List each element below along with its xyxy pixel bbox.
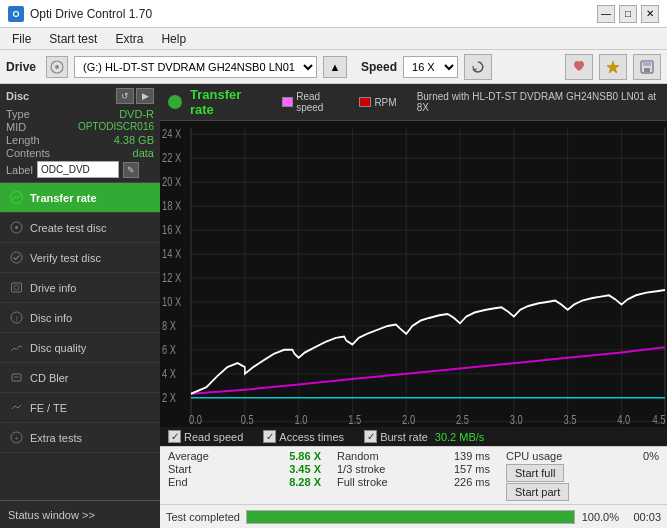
extra-tests-icon: + (8, 430, 24, 446)
chart-header: Transfer rate Read speed RPM Burned with… (160, 84, 667, 121)
svg-text:+: + (14, 435, 18, 442)
drive-select[interactable]: (G:) HL-DT-ST DVDRAM GH24NSB0 LN01 (74, 56, 317, 78)
stats-col2: Random 139 ms 1/3 stroke 157 ms Full str… (329, 447, 498, 504)
svg-rect-4 (643, 61, 651, 66)
menu-file[interactable]: File (4, 30, 39, 48)
drive-icon-btn[interactable] (46, 56, 68, 78)
burst-rate-checkbox-label: Burst rate (380, 431, 428, 443)
start-full-button[interactable]: Start full (506, 464, 564, 482)
nav-disc-info[interactable]: i Disc info (0, 303, 160, 333)
nav-transfer-rate-label: Transfer rate (30, 192, 97, 204)
refresh-button[interactable] (464, 54, 492, 80)
svg-text:18 X: 18 X (162, 199, 181, 212)
nav-extra-tests[interactable]: + Extra tests (0, 423, 160, 453)
nav-disc-quality-label: Disc quality (30, 342, 86, 354)
stat-end: End 8.28 X (168, 476, 321, 488)
progress-bar-inner (247, 511, 574, 523)
read-speed-legend-label: Read speed (296, 91, 347, 113)
svg-text:12 X: 12 X (162, 271, 181, 284)
legend-rpm: RPM (359, 97, 396, 108)
speed-select[interactable]: 16 X 8 X 4 X MAX (403, 56, 458, 78)
checkbox-burst-rate[interactable]: ✓ Burst rate 30.2 MB/s (364, 430, 484, 443)
svg-text:i: i (15, 315, 17, 322)
nav-drive-info-label: Drive info (30, 282, 76, 294)
chart-legend: Read speed RPM Burned with HL-DT-ST DVDR… (282, 91, 659, 113)
svg-text:6 X: 6 X (162, 343, 176, 356)
drive-info-icon (8, 280, 24, 296)
svg-text:2 X: 2 X (162, 391, 176, 404)
nav-create-test-disc[interactable]: Create test disc (0, 213, 160, 243)
nav-extra-tests-label: Extra tests (30, 432, 82, 444)
svg-text:1.0: 1.0 (295, 413, 308, 426)
svg-text:1.5: 1.5 (348, 413, 361, 426)
start-part-row: Start part (506, 483, 659, 501)
stat-start: Start 3.45 X (168, 463, 321, 475)
stat-1-3-stroke: 1/3 stroke 157 ms (337, 463, 490, 475)
fe-te-icon (8, 400, 24, 416)
star-icon-btn[interactable] (599, 54, 627, 80)
cd-bler-icon (8, 370, 24, 386)
stats-row: Average 5.86 X Start 3.45 X End 8.28 X R… (160, 447, 667, 504)
svg-text:2.5: 2.5 (456, 413, 469, 426)
svg-text:14 X: 14 X (162, 247, 181, 260)
save-icon-btn[interactable] (633, 54, 661, 80)
menu-help[interactable]: Help (153, 30, 194, 48)
close-button[interactable]: ✕ (641, 5, 659, 23)
svg-text:4.5 GB: 4.5 GB (653, 413, 667, 426)
disc-label-row: Label ✎ (6, 161, 154, 178)
eject-button[interactable]: ▲ (323, 56, 347, 78)
menu-start-test[interactable]: Start test (41, 30, 105, 48)
heart-icon-btn[interactable] (565, 54, 593, 80)
checkbox-access-times[interactable]: ✓ Access times (263, 430, 344, 443)
access-times-checkbox[interactable]: ✓ (263, 430, 276, 443)
access-times-checkbox-label: Access times (279, 431, 344, 443)
status-window-button[interactable]: Status window >> (0, 500, 160, 528)
disc-label-icon[interactable]: ✎ (123, 162, 139, 178)
svg-text:2.0: 2.0 (402, 413, 415, 426)
svg-rect-5 (644, 68, 650, 72)
read-speed-color (282, 97, 293, 107)
chart-title: Transfer rate (190, 87, 266, 117)
app-title: Opti Drive Control 1.70 (30, 7, 152, 21)
nav-disc-info-label: Disc info (30, 312, 72, 324)
menubar: File Start test Extra Help (0, 28, 667, 50)
disc-info-panel: Disc ↺ ▶ Type DVD-R MID OPTODISCR016 Len… (0, 84, 160, 183)
status-window-label: Status window >> (8, 509, 95, 521)
svg-text:10 X: 10 X (162, 295, 181, 308)
svg-marker-2 (607, 61, 619, 73)
progress-percent: 100.0% (581, 511, 619, 523)
svg-text:3.0: 3.0 (510, 413, 523, 426)
titlebar-left: O Opti Drive Control 1.70 (8, 6, 152, 22)
sidebar: Disc ↺ ▶ Type DVD-R MID OPTODISCR016 Len… (0, 84, 160, 528)
menu-extra[interactable]: Extra (107, 30, 151, 48)
chart-title-icon (168, 95, 182, 109)
nav-verify-test-disc[interactable]: Verify test disc (0, 243, 160, 273)
nav-transfer-rate[interactable]: Transfer rate (0, 183, 160, 213)
minimize-button[interactable]: — (597, 5, 615, 23)
disc-info-icon2[interactable]: ▶ (136, 88, 154, 104)
progress-bar-outer (246, 510, 575, 524)
checkboxes-row: ✓ Read speed ✓ Access times ✓ Burst rate… (160, 427, 667, 447)
nav-fe-te[interactable]: FE / TE (0, 393, 160, 423)
stat-random: Random 139 ms (337, 450, 490, 462)
disc-info-icon1[interactable]: ↺ (116, 88, 134, 104)
checkbox-read-speed[interactable]: ✓ Read speed (168, 430, 243, 443)
nav-drive-info[interactable]: Drive info (0, 273, 160, 303)
drive-toolbar: Drive (G:) HL-DT-ST DVDRAM GH24NSB0 LN01… (0, 50, 667, 84)
svg-text:4 X: 4 X (162, 367, 176, 380)
burned-text: Burned with HL-DT-ST DVDRAM GH24NSB0 LN0… (417, 91, 659, 113)
nav-cd-bler[interactable]: CD Bler (0, 363, 160, 393)
rpm-legend-label: RPM (374, 97, 396, 108)
start-part-button[interactable]: Start part (506, 483, 569, 501)
disc-label-input[interactable] (37, 161, 119, 178)
svg-text:16 X: 16 X (162, 223, 181, 236)
nav-disc-quality[interactable]: Disc quality (0, 333, 160, 363)
read-speed-checkbox[interactable]: ✓ (168, 430, 181, 443)
nav-items: Transfer rate Create test disc Verify te… (0, 183, 160, 500)
disc-panel-title: Disc (6, 90, 29, 102)
titlebar-controls[interactable]: — □ ✕ (597, 5, 659, 23)
svg-point-9 (11, 252, 22, 263)
burst-rate-checkbox[interactable]: ✓ (364, 430, 377, 443)
maximize-button[interactable]: □ (619, 5, 637, 23)
disc-quality-icon (8, 340, 24, 356)
